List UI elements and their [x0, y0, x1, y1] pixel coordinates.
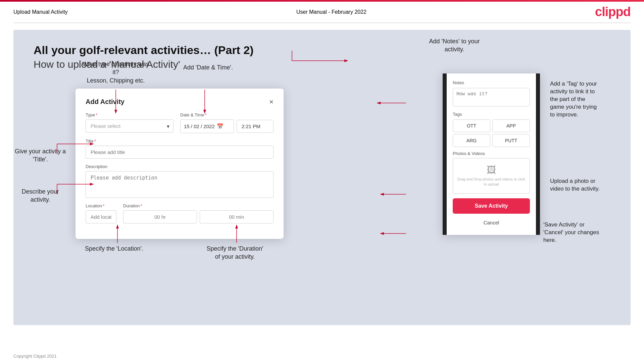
- datetime-label: Date & Time*: [180, 112, 274, 117]
- annotation-date-time: Add 'Date & Time'.: [178, 63, 238, 71]
- modal-title: Add Activity: [86, 98, 125, 106]
- notes-textarea[interactable]: [453, 88, 530, 106]
- description-label: Description: [86, 164, 274, 169]
- annotation-location: Specify the 'Location'.: [77, 245, 151, 253]
- tags-label: Tags: [453, 112, 530, 117]
- duration-hr-input[interactable]: [123, 210, 197, 223]
- photos-label: Photos & Videos: [453, 151, 530, 156]
- upload-icon: 🖼: [456, 164, 526, 175]
- header-center: User Manual - February 2022: [296, 9, 366, 15]
- location-label: Location*: [86, 203, 116, 208]
- annotation-what-type: What type of activity was it?Lesson, Chi…: [79, 60, 153, 85]
- duration-min-input[interactable]: [200, 210, 274, 223]
- annotation-upload: Upload a photo orvideo to the activity.: [550, 177, 627, 193]
- date-input[interactable]: 15 / 02 / 2022 📅: [180, 119, 234, 133]
- description-textarea[interactable]: [86, 171, 274, 198]
- annotation-tag: Add a 'Tag' to youractivity to link it t…: [550, 80, 627, 119]
- header-left: Upload Manual Activity: [13, 9, 68, 15]
- calendar-icon: 📅: [217, 123, 224, 130]
- top-divider: [13, 22, 631, 23]
- svg-marker-20: [380, 193, 384, 196]
- location-input[interactable]: [86, 210, 116, 223]
- add-activity-modal: Add Activity × Type* Please select Date …: [76, 89, 284, 239]
- date-value: 15 / 02 / 2022: [184, 123, 215, 129]
- annotation-give-title: Give your activity a'Title'.: [13, 147, 67, 164]
- annotation-notes: Add 'Notes' to youractivity.: [416, 37, 493, 54]
- copyright: Copyright Clippd 2021: [13, 354, 57, 359]
- notes-label: Notes: [453, 80, 530, 85]
- header: Upload Manual Activity User Manual - Feb…: [0, 0, 644, 22]
- time-input[interactable]: 2:21 PM: [237, 120, 274, 133]
- time-value: 2:21 PM: [242, 123, 260, 129]
- tag-ott[interactable]: OTT: [453, 119, 490, 132]
- tag-app[interactable]: APP: [492, 119, 530, 132]
- tag-arg[interactable]: ARG: [453, 134, 490, 147]
- heading-bold: All your golf-relevant activities… (Part…: [34, 43, 610, 57]
- upload-text: Drag and Drop photos and videos or click…: [456, 177, 526, 187]
- tags-grid: OTT APP ARG PUTT: [453, 119, 530, 147]
- type-label: Type*: [86, 112, 174, 117]
- annotation-duration: Specify the 'Duration'of your activity.: [195, 245, 275, 261]
- main-content: All your golf-relevant activities… (Part…: [13, 30, 631, 325]
- annotation-save: 'Save Activity' or'Cancel' your changesh…: [543, 221, 627, 244]
- title-label: Title*: [86, 139, 274, 144]
- phone-panel: Notes Tags OTT APP ARG PUTT Photos & Vid…: [443, 73, 540, 235]
- title-input[interactable]: [86, 146, 274, 159]
- duration-label: Duration*: [123, 203, 274, 208]
- type-select-wrapper: Please select: [86, 119, 174, 133]
- svg-marker-18: [377, 102, 381, 104]
- annotation-describe: Describe youractivity.: [13, 188, 67, 204]
- logo: clippd: [595, 5, 631, 19]
- svg-marker-22: [380, 232, 384, 235]
- save-activity-button[interactable]: Save Activity: [453, 198, 530, 214]
- upload-area[interactable]: 🖼 Drag and Drop photos and videos or cli…: [453, 158, 530, 194]
- modal-close-button[interactable]: ×: [269, 98, 274, 106]
- cancel-button[interactable]: Cancel: [453, 217, 530, 228]
- tag-putt[interactable]: PUTT: [492, 134, 530, 147]
- type-select[interactable]: Please select: [86, 119, 174, 133]
